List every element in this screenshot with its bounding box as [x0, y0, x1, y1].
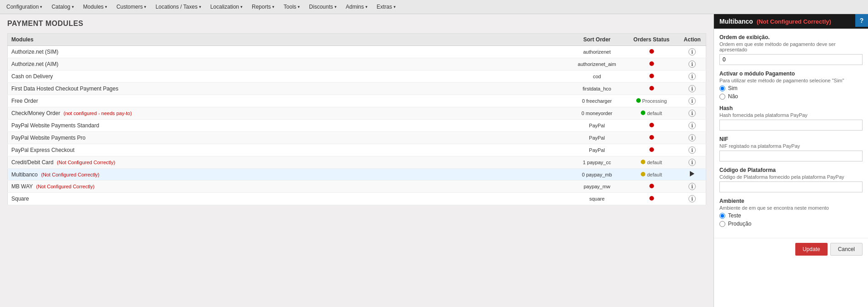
status-dot — [649, 49, 654, 54]
order-status-label: Processing — [642, 98, 667, 104]
field-label-codigo: Código de Plataforma — [719, 167, 863, 173]
sort-key: PayPal — [589, 123, 605, 128]
cell-sort-order: 0 moneyorder — [570, 107, 624, 120]
nav-discounts[interactable]: Discounts ▾ — [304, 0, 341, 14]
info-icon[interactable]: ℹ — [688, 122, 696, 129]
sort-key: authorizenet — [583, 49, 611, 55]
nav-locations-taxes[interactable]: Locations / Taxes ▾ — [151, 0, 206, 14]
not-configured-label: (Not Configured Correctly) — [57, 160, 115, 165]
cancel-button[interactable]: Cancel — [830, 243, 863, 256]
nav-localization-arrow: ▾ — [240, 5, 243, 9]
info-icon[interactable]: ℹ — [688, 195, 696, 202]
sort-value: 0 — [582, 98, 586, 104]
info-icon[interactable]: ℹ — [688, 48, 696, 55]
radio-input-sim[interactable] — [719, 86, 725, 91]
cell-orders-status: Processing — [624, 95, 679, 107]
nav-customers-label: Customers — [116, 4, 143, 10]
info-icon[interactable]: ℹ — [688, 159, 696, 166]
col-modules: Modules — [8, 34, 570, 46]
module-name: PayPal Website Payments Standard — [11, 122, 99, 129]
status-dot — [649, 86, 654, 91]
modules-table: Modules Sort Order Orders Status Action … — [7, 33, 706, 205]
field-desc-codigo: Código de Plataforma fornecido pela plat… — [719, 174, 863, 180]
not-configured-label: (Not Configured Correctly) — [36, 184, 94, 189]
top-nav: Configuration ▾ Catalog ▾ Modules ▾ Cust… — [0, 0, 868, 14]
radio-option-producao[interactable]: Produção — [719, 221, 863, 227]
module-name: Credit/Debit Card — [11, 159, 54, 166]
status-dot — [649, 184, 654, 188]
nav-extras-arrow: ▾ — [394, 5, 396, 9]
nav-customers-arrow: ▾ — [144, 5, 146, 9]
nav-locations-taxes-label: Locations / Taxes — [155, 4, 198, 10]
field-input-hash[interactable] — [719, 120, 863, 131]
status-dot — [649, 61, 654, 66]
order-status-label: default — [647, 160, 662, 165]
side-panel-body: Ordem de exibição.Ordem em que este méto… — [714, 29, 868, 238]
nav-admins[interactable]: Admins ▾ — [341, 0, 372, 14]
radio-input-teste[interactable] — [719, 213, 725, 219]
info-icon[interactable]: ℹ — [688, 85, 696, 92]
nav-tools[interactable]: Tools ▾ — [279, 0, 304, 14]
cell-sort-order: PayPal — [570, 144, 624, 156]
side-panel-title: Multibanco — [719, 18, 753, 25]
nav-modules[interactable]: Modules ▾ — [79, 0, 112, 14]
info-icon[interactable]: ℹ — [688, 146, 696, 154]
field-input-codigo[interactable] — [719, 181, 863, 192]
info-icon[interactable]: ℹ — [688, 73, 696, 80]
play-icon[interactable] — [690, 171, 694, 176]
cell-orders-status — [624, 132, 679, 144]
info-icon[interactable]: ℹ — [688, 134, 696, 141]
sort-key: PayPal — [589, 147, 605, 153]
nav-extras[interactable]: Extras ▾ — [372, 0, 400, 14]
info-icon[interactable]: ℹ — [688, 110, 696, 117]
nav-configuration[interactable]: Configuration ▾ — [2, 0, 47, 14]
cell-orders-status: default — [624, 169, 679, 181]
module-name: Authorize.net (SIM) — [11, 49, 58, 55]
nav-reports[interactable]: Reports ▾ — [247, 0, 279, 14]
side-panel-footer: Update Cancel — [714, 238, 868, 260]
help-button[interactable]: ? — [855, 14, 868, 27]
info-icon[interactable]: ℹ — [688, 183, 696, 190]
cell-orders-status — [624, 120, 679, 132]
update-button[interactable]: Update — [795, 243, 828, 256]
nav-localization[interactable]: Localization ▾ — [206, 0, 247, 14]
status-dot — [641, 111, 645, 115]
table-row: PayPal Website Payments StandardPayPalℹ — [8, 120, 706, 132]
cell-orders-status: default — [624, 156, 679, 169]
field-label-ordem: Ordem de exibição. — [719, 34, 863, 40]
radio-label-sim: Sim — [728, 85, 738, 91]
table-row: Check/Money Order (not configured - need… — [8, 107, 706, 120]
radio-option-teste[interactable]: Teste — [719, 212, 863, 219]
cell-module-name: PayPal Website Payments Standard — [8, 120, 570, 132]
table-row: Free Order0 freecharger Processingℹ — [8, 95, 706, 107]
module-name: First Data Hosted Checkout Payment Pages — [11, 86, 118, 92]
status-dot — [641, 172, 645, 176]
cell-sort-order: square — [570, 193, 624, 205]
cell-module-name: PayPal Website Payments Pro — [8, 132, 570, 144]
info-icon[interactable]: ℹ — [688, 60, 696, 68]
field-input-ordem[interactable] — [719, 54, 863, 65]
radio-input-nao[interactable] — [719, 94, 725, 100]
radio-label-nao: Não — [728, 93, 738, 100]
not-configured-label: (not configured - needs pay-to) — [64, 111, 132, 116]
nav-modules-label: Modules — [83, 4, 104, 10]
radio-option-sim[interactable]: Sim — [719, 85, 863, 91]
status-dot — [649, 196, 654, 201]
table-row: Squaresquareℹ — [8, 193, 706, 205]
side-panel: Multibanco (Not Configured Correctly) Or… — [713, 14, 868, 307]
cell-module-name: Square — [8, 193, 570, 205]
radio-option-nao[interactable]: Não — [719, 93, 863, 100]
info-icon[interactable]: ℹ — [688, 97, 696, 105]
radio-label-producao: Produção — [728, 221, 751, 227]
field-desc-activate: Para utilizar este método de pagamento s… — [719, 78, 863, 83]
cell-orders-status — [624, 46, 679, 58]
table-row: Cash on Deliverycodℹ — [8, 70, 706, 83]
field-input-nif[interactable] — [719, 151, 863, 161]
sort-key: paypay_mb — [586, 172, 612, 177]
radio-input-producao[interactable] — [719, 221, 725, 227]
nav-customers[interactable]: Customers ▾ — [112, 0, 151, 14]
cell-action: ℹ — [679, 193, 706, 205]
nav-catalog[interactable]: Catalog ▾ — [47, 0, 78, 14]
status-dot — [649, 74, 654, 78]
cell-module-name: Check/Money Order (not configured - need… — [8, 107, 570, 120]
